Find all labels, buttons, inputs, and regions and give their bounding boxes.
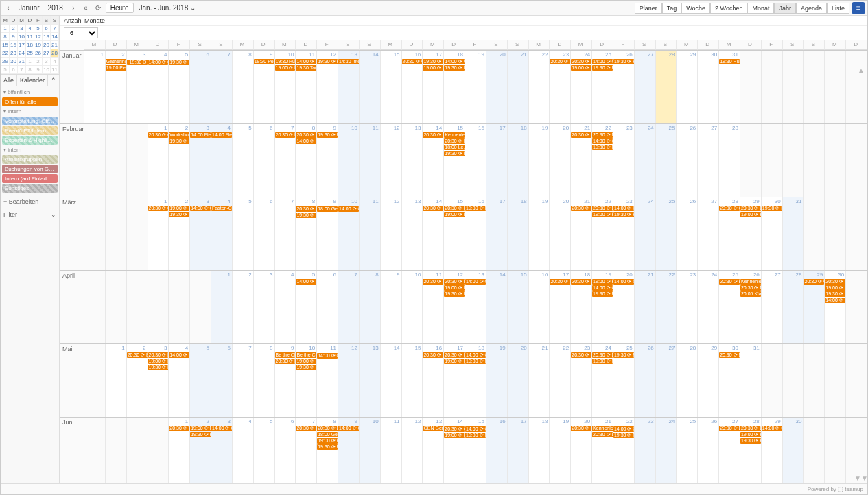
- day-cell[interactable]: 2914:00 ⟳ Ca: [762, 418, 783, 483]
- day-cell[interactable]: 24: [698, 271, 719, 343]
- day-cell[interactable]: 10: [338, 124, 360, 197]
- event[interactable]: Kennenlernwochenende (Karfr…: [740, 279, 761, 285]
- day-cell[interactable]: 24: [635, 124, 656, 197]
- day-cell[interactable]: 1720:30 ⟳ GI: [550, 271, 571, 343]
- event[interactable]: 19:00 ⟳ Fi: [444, 359, 465, 364]
- day-cell[interactable]: 2420:30 ⟳ GI19:00 ⟳ Fi: [571, 51, 592, 123]
- event[interactable]: 20:30 ⟳ DT: [740, 206, 761, 211]
- day-cell[interactable]: 19: [486, 344, 508, 417]
- event[interactable]: 14:00 ⟳ Ca: [296, 279, 316, 285]
- day-cell[interactable]: 29: [698, 344, 719, 417]
- day-cell[interactable]: 314:00 ⟳ Ca: [190, 197, 211, 270]
- mini-cal-day[interactable]: 8: [1, 33, 10, 41]
- event[interactable]: 19:00 ⟳ Fi: [275, 65, 296, 71]
- event[interactable]: 19:30 Hub: [719, 59, 740, 64]
- day-cell[interactable]: 120:30 ⟳ Ca: [148, 124, 169, 197]
- day-cell[interactable]: 3: [254, 271, 275, 343]
- event[interactable]: 20:30 ⟳ GI: [571, 279, 591, 285]
- mini-cal-day[interactable]: 16: [10, 41, 18, 49]
- day-cell[interactable]: 2514:00 ⟳ Ca19:30 ⟳ Ru: [592, 51, 613, 123]
- day-cell[interactable]: 2Gathering of the Tribes (Neu…19:00 Pers…: [106, 51, 127, 123]
- mini-cal-day[interactable]: 5: [1, 66, 10, 74]
- day-cell[interactable]: 9 18:00 Ges…: [317, 197, 338, 270]
- event[interactable]: 19:30 ⟳ Ru: [465, 359, 486, 364]
- event[interactable]: 18:00 Ges…: [317, 206, 338, 212]
- day-cell[interactable]: 1019:30 Hub19:00 ⟳ Fi: [275, 51, 296, 123]
- day-cell[interactable]: 28: [719, 124, 740, 197]
- day-cell[interactable]: 15Kennenlernwochenende (Karfr…20:30 ⟳ DT…: [444, 124, 465, 197]
- day-cell[interactable]: 414:00 ⟳ Ca: [169, 344, 190, 417]
- day-cell[interactable]: 18: [529, 418, 550, 483]
- day-cell[interactable]: 2220:30 ⟳ DT 19:00 ⟳ Fi14:00 ⟳ Ca19:30 ⟳…: [592, 124, 613, 197]
- day-cell[interactable]: 2520:30 ⟳ B: [719, 271, 740, 343]
- event[interactable]: 20:30 ⟳ GI: [571, 426, 591, 431]
- view-2-wochen[interactable]: 2 Wochen: [710, 3, 747, 14]
- event[interactable]: 14:30 Inte…: [338, 59, 359, 64]
- mini-cal-day[interactable]: 24: [18, 49, 26, 58]
- day-cell[interactable]: 30: [698, 51, 719, 123]
- day-cell[interactable]: 21: [529, 344, 550, 417]
- day-cell[interactable]: 1219:30 ⟳ Ru: [317, 51, 338, 123]
- view-planer[interactable]: Planer: [635, 3, 662, 14]
- event[interactable]: 19:30 ⟳ Ru: [740, 438, 761, 444]
- event[interactable]: 19:30 ⟳ Ru: [148, 365, 169, 370]
- event[interactable]: 14:00 ⟳ Ca: [465, 352, 486, 358]
- event[interactable]: Be the Chan…: [296, 352, 316, 358]
- day-cell[interactable]: 11: [360, 197, 381, 270]
- day-cell[interactable]: 23: [677, 271, 698, 343]
- day-cell[interactable]: 1720:30 ⟳ DT19:00 ⟳ Fi: [444, 344, 465, 417]
- day-cell[interactable]: 1120:30 ⟳ B: [423, 271, 444, 343]
- day-cell[interactable]: 27: [698, 197, 719, 270]
- prev-range-button[interactable]: «: [81, 3, 91, 13]
- day-cell[interactable]: 2820:30 ⟳ GI: [719, 197, 740, 270]
- cal-item[interactable]: Sonstiges: [2, 184, 58, 193]
- view-monat[interactable]: Monat: [747, 3, 774, 14]
- mini-cal-day[interactable]: 11: [51, 66, 59, 74]
- event[interactable]: 19:30 ⟳ Ru: [613, 433, 634, 438]
- day-cell[interactable]: 3119:30 Hub: [719, 51, 740, 123]
- day-cell[interactable]: 1814:00 ⟳ Ca19:30 ⟳ Ru: [444, 51, 465, 123]
- event[interactable]: 19:30 ⟳ Ru: [317, 59, 338, 64]
- cal-group-header[interactable]: ▾ intern: [1, 145, 59, 154]
- event[interactable]: 20:30 ⟳ Ca: [148, 132, 169, 138]
- event[interactable]: 20:30 ⟳ DT: [444, 279, 465, 285]
- day-cell[interactable]: 27: [656, 344, 677, 417]
- day-cell[interactable]: 414:00 Flea…: [211, 124, 233, 197]
- day-cell[interactable]: 28: [656, 51, 677, 123]
- event[interactable]: 20:30 ⟳ B: [296, 206, 316, 212]
- mini-cal-day[interactable]: 13: [43, 33, 51, 41]
- mini-cal-day[interactable]: 9: [10, 33, 18, 41]
- day-cell[interactable]: 5: [233, 124, 254, 197]
- day-cell[interactable]: 24: [635, 197, 656, 270]
- event[interactable]: 19:30 ⟳ Ru: [444, 291, 465, 297]
- day-cell[interactable]: 19: [550, 418, 571, 483]
- tab-calendars[interactable]: Kalender: [17, 75, 48, 86]
- day-cell[interactable]: 919:30 Pers: [254, 51, 275, 123]
- event[interactable]: 19:30 ⟳ Ru: [613, 352, 634, 358]
- day-cell[interactable]: 12: [402, 418, 423, 483]
- day-cell[interactable]: 1: [106, 344, 127, 417]
- event[interactable]: Kennenlernwochenende (Karfr…: [444, 132, 465, 138]
- event[interactable]: 14:00 ⟳ Ca: [613, 206, 634, 211]
- day-cell[interactable]: 6: [275, 418, 296, 483]
- scroll-up-icon[interactable]: ▲: [856, 67, 866, 74]
- event[interactable]: 20:30 ⟳ GI 20:30 ⟳ DT: [444, 426, 465, 432]
- day-cell[interactable]: 1220:30 ⟳ DT19:00 ⟳ Fi19:30 ⟳ Ru: [444, 271, 465, 343]
- event[interactable]: Gathering of the Tribes (Neu…: [106, 59, 126, 64]
- event[interactable]: 19:30 ⟳ Ru: [592, 145, 613, 150]
- day-cell[interactable]: 2Workshop…19:30 ⟳ Ru: [169, 124, 190, 197]
- day-cell[interactable]: 1314:30 Inte…: [338, 51, 360, 123]
- event[interactable]: 19:30 ⟳ Ru: [190, 432, 211, 437]
- mini-cal-day[interactable]: 21: [51, 41, 59, 49]
- event[interactable]: 19:00 ⟳ Fi: [592, 212, 613, 217]
- event[interactable]: 20:30 ⟳ B 18:00 Ges…: [275, 359, 296, 364]
- event[interactable]: 14:00 ⟳ Ca: [613, 426, 634, 432]
- cal-item[interactable]: Buchungen von Grup…: [2, 165, 58, 173]
- event[interactable]: 19:30 ⟳ Ru: [825, 291, 845, 297]
- day-cell[interactable]: 2: [233, 271, 254, 343]
- day-cell[interactable]: 2820:30 ⟳ DT19:00 ⟳ Fi19:30 ⟳ Ru: [740, 418, 762, 483]
- day-cell[interactable]: 4 14:00 ⟳ Ca: [148, 51, 169, 123]
- day-cell[interactable]: 314:00 Flea…: [190, 124, 211, 197]
- day-cell[interactable]: 27: [698, 124, 719, 197]
- view-woche[interactable]: Woche: [681, 3, 710, 14]
